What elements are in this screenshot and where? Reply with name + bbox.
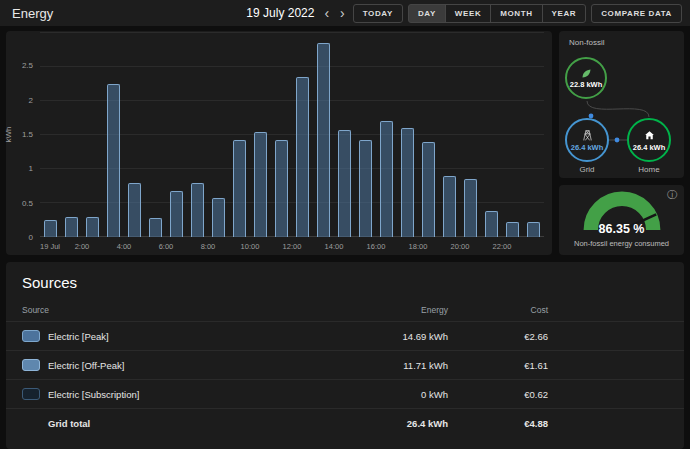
y-tick-label: 2.5 <box>22 61 33 70</box>
source-color-swatch <box>22 359 40 371</box>
chart-bar[interactable] <box>128 183 141 237</box>
page-title: Energy <box>12 6 53 21</box>
chart-bar[interactable] <box>107 84 120 237</box>
x-tick-label: 10:00 <box>241 242 260 251</box>
y-axis-unit-label: kWh <box>4 126 13 142</box>
source-energy: 26.4 kWh <box>333 418 448 429</box>
table-row[interactable]: Electric [Peak]14.69 kWh€2.66 <box>6 321 684 350</box>
column-source: Source <box>22 305 333 315</box>
chart-bar[interactable] <box>212 198 225 237</box>
x-tick-label: 19 Jul <box>40 242 60 251</box>
source-color-swatch <box>22 388 40 400</box>
chart-bar[interactable] <box>506 222 519 237</box>
tab-day[interactable]: DAY <box>408 4 446 23</box>
home-icon <box>643 129 656 142</box>
chart-bar[interactable] <box>464 179 477 237</box>
source-energy: 0 kWh <box>333 389 448 400</box>
chart-bar[interactable] <box>527 222 540 237</box>
y-tick-label: 1.5 <box>22 130 33 139</box>
table-row[interactable]: Grid total26.4 kWh€4.88 <box>6 408 684 437</box>
x-tick-label: 2:00 <box>75 242 90 251</box>
compare-data-button[interactable]: COMPARE DATA <box>591 4 682 23</box>
chart-bar[interactable] <box>65 217 78 237</box>
source-name: Electric [Peak] <box>48 331 109 342</box>
energy-distribution-card: Non-fossil 22.8 kWh 2 <box>559 31 684 178</box>
source-cost: €0.62 <box>448 389 548 400</box>
grid-value: 26.4 kWh <box>571 143 604 152</box>
tab-year[interactable]: YEAR <box>542 4 587 23</box>
chart-bar[interactable] <box>317 43 330 237</box>
grid-circle[interactable]: 26.4 kWh <box>565 118 609 162</box>
chart-bar[interactable] <box>191 183 204 237</box>
x-tick-label: 14:00 <box>325 242 344 251</box>
chart-bar[interactable] <box>359 140 372 237</box>
x-tick-label: 4:00 <box>117 242 132 251</box>
chart-bar[interactable] <box>338 130 351 237</box>
chart-bar[interactable] <box>170 191 183 237</box>
swatch-spacer <box>22 417 40 429</box>
gauge-label: Non-fossil energy consumed <box>559 239 684 248</box>
home-value: 26.4 kWh <box>633 143 666 152</box>
gauge-value: 86.35 % <box>559 222 684 236</box>
app-header: Energy 19 July 2022 ‹ › TODAY DAYWEEKMON… <box>0 0 690 26</box>
x-tick-label: 22:00 <box>493 242 512 251</box>
date-label: 19 July 2022 <box>246 6 314 20</box>
table-row[interactable]: Electric [Subscription]0 kWh€0.62 <box>6 379 684 408</box>
x-tick-label: 18:00 <box>409 242 428 251</box>
gridline <box>40 32 544 33</box>
transmission-tower-icon <box>581 129 594 142</box>
y-tick-label: 0 <box>29 233 33 242</box>
chart-plot <box>40 33 544 237</box>
chart-bar[interactable] <box>233 140 246 237</box>
today-button[interactable]: TODAY <box>353 4 403 23</box>
chart-bar[interactable] <box>149 218 162 237</box>
source-energy: 11.71 kWh <box>333 360 448 371</box>
source-energy: 14.69 kWh <box>333 331 448 342</box>
chart-bar[interactable] <box>86 217 99 237</box>
sources-title: Sources <box>6 262 684 299</box>
source-cost: €4.88 <box>448 418 548 429</box>
chart-bar[interactable] <box>275 140 288 237</box>
x-tick-label: 12:00 <box>283 242 302 251</box>
column-cost: Cost <box>448 305 548 315</box>
column-energy: Energy <box>333 305 448 315</box>
sources-table: SourceEnergyCostElectric [Peak]14.69 kWh… <box>6 299 684 437</box>
chart-bar[interactable] <box>296 77 309 237</box>
y-tick-label: 0.5 <box>22 198 33 207</box>
right-column: Non-fossil 22.8 kWh 2 <box>559 31 684 255</box>
y-tick-label: 2 <box>29 95 33 104</box>
y-tick-label: 1 <box>29 164 33 173</box>
chevron-right-icon[interactable]: › <box>337 6 348 20</box>
table-row[interactable]: Electric [Off-Peak]11.71 kWh€1.61 <box>6 350 684 379</box>
chart-y-axis: kWh 00.511.522.5 <box>6 31 38 237</box>
leaf-icon <box>580 67 592 79</box>
chart-bar[interactable] <box>44 220 57 237</box>
non-fossil-value: 22.8 kWh <box>570 80 603 89</box>
chart-bar[interactable] <box>422 142 435 237</box>
chart-bar[interactable] <box>254 132 267 237</box>
chart-bar[interactable] <box>380 121 393 237</box>
info-icon[interactable]: ⓘ <box>667 188 677 202</box>
chart-bar[interactable] <box>485 211 498 237</box>
source-name: Electric [Subscription] <box>48 389 139 400</box>
source-cost: €1.61 <box>448 360 548 371</box>
non-fossil-circle[interactable]: 22.8 kWh <box>565 57 607 99</box>
tab-month[interactable]: MONTH <box>490 4 542 23</box>
tab-week[interactable]: WEEK <box>445 4 491 23</box>
chart-bar[interactable] <box>401 128 414 237</box>
chart-bar[interactable] <box>443 176 456 237</box>
home-circle-label: Home <box>625 165 673 174</box>
chevron-left-icon[interactable]: ‹ <box>321 6 332 20</box>
home-circle[interactable]: 26.4 kWh <box>627 118 671 162</box>
range-tabs: DAYWEEKMONTHYEAR <box>408 4 586 23</box>
x-tick-label: 20:00 <box>451 242 470 251</box>
grid-circle-label: Grid <box>563 165 611 174</box>
x-tick-label: 6:00 <box>159 242 174 251</box>
non-fossil-gauge-card: ⓘ 86.35 % Non-fossil energy consumed <box>559 185 684 255</box>
header-controls: 19 July 2022 ‹ › TODAY DAYWEEKMONTHYEAR … <box>246 4 682 23</box>
flow-dot <box>615 138 620 143</box>
sources-table-header: SourceEnergyCost <box>6 299 684 321</box>
source-name: Electric [Off-Peak] <box>48 360 124 371</box>
x-tick-label: 8:00 <box>201 242 216 251</box>
chart-x-axis: 19 Jul2:004:006:008:0010:0012:0014:0016:… <box>40 239 544 253</box>
